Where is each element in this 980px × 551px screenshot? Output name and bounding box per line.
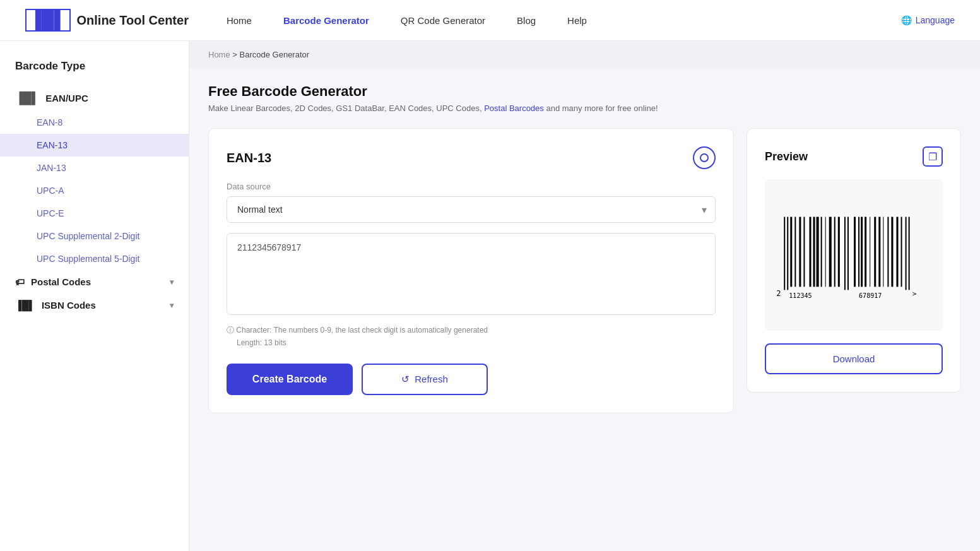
settings-icon[interactable] xyxy=(693,146,716,169)
svg-rect-40 xyxy=(865,217,866,287)
nav-barcode-generator[interactable]: Barcode Generator xyxy=(283,15,369,26)
svg-rect-51 xyxy=(889,217,890,287)
svg-rect-50 xyxy=(887,217,888,287)
svg-rect-41 xyxy=(867,217,868,287)
postal-codes-left: 🏷 Postal Codes xyxy=(15,276,91,287)
svg-rect-21 xyxy=(825,217,826,287)
svg-rect-7 xyxy=(794,217,796,287)
svg-rect-31 xyxy=(846,217,847,290)
sidebar: Barcode Type ▐█▌ EAN/UPC EAN-8 EAN-13 JA… xyxy=(0,41,189,551)
sidebar-category-ean-upc: ▐█▌ EAN/UPC xyxy=(0,85,189,111)
page-title: Free Barcode Generator xyxy=(208,83,961,100)
svg-rect-10 xyxy=(801,217,803,287)
barcode-preview-area: 2 xyxy=(765,179,943,331)
svg-rect-23 xyxy=(829,217,832,287)
svg-rect-29 xyxy=(843,217,844,290)
svg-rect-47 xyxy=(881,217,882,287)
isbn-codes-icon: ▐█▌ xyxy=(15,300,35,311)
sidebar-item-upc-supp2[interactable]: UPC Supplemental 2-Digit xyxy=(0,225,189,247)
card-title: EAN-13 xyxy=(227,151,271,165)
create-barcode-button[interactable]: Create Barcode xyxy=(227,364,353,395)
data-source-select[interactable]: Normal text URL Email Phone xyxy=(227,196,716,223)
svg-rect-11 xyxy=(803,217,805,287)
language-label: Language xyxy=(916,15,955,25)
svg-rect-60 xyxy=(909,217,910,290)
subtitle-text: Make Linear Barcodes, 2D Codes, GS1 Data… xyxy=(208,104,482,113)
svg-rect-18 xyxy=(820,217,820,287)
preview-card: Preview ❐ 2 xyxy=(747,128,961,393)
sidebar-item-jan13[interactable]: JAN-13 xyxy=(0,157,189,179)
svg-rect-2 xyxy=(784,217,785,290)
svg-rect-9 xyxy=(799,217,801,287)
main-nav: Home Barcode Generator QR Code Generator… xyxy=(227,15,901,26)
preview-header: Preview ❐ xyxy=(765,146,943,167)
svg-rect-33 xyxy=(849,217,850,290)
svg-rect-26 xyxy=(836,217,837,287)
svg-rect-14 xyxy=(810,217,812,287)
svg-rect-36 xyxy=(856,217,858,287)
isbn-codes-chevron: ▾ xyxy=(170,301,174,310)
data-source-select-wrapper: Normal text URL Email Phone ▾ xyxy=(227,196,716,223)
logo-text: Online Tool Center xyxy=(77,13,189,28)
svg-rect-8 xyxy=(796,217,798,287)
isbn-codes-left: ▐█▌ ISBN Codes xyxy=(15,300,96,311)
card-row: EAN-13 Data source Normal text URL Email… xyxy=(208,128,961,413)
postal-codes-label: Postal Codes xyxy=(31,276,91,287)
layout: Barcode Type ▐█▌ EAN/UPC EAN-8 EAN-13 JA… xyxy=(0,41,980,551)
postal-codes-icon: 🏷 xyxy=(15,276,25,287)
nav-blog[interactable]: Blog xyxy=(517,15,536,26)
sidebar-item-upce[interactable]: UPC-E xyxy=(0,202,189,225)
svg-rect-28 xyxy=(841,217,842,287)
data-source-label: Data source xyxy=(227,182,716,191)
svg-rect-4 xyxy=(787,217,788,290)
svg-text:678917: 678917 xyxy=(859,292,882,299)
svg-rect-53 xyxy=(894,217,895,287)
header: ▐█▌ Online Tool Center Home Barcode Gene… xyxy=(0,0,980,41)
sidebar-item-ean8[interactable]: EAN-8 xyxy=(0,111,189,134)
language-button[interactable]: 🌐 Language xyxy=(901,15,955,25)
download-button[interactable]: Download xyxy=(765,343,943,374)
svg-rect-46 xyxy=(878,217,880,287)
refresh-label: Refresh xyxy=(415,374,448,384)
svg-rect-55 xyxy=(899,217,900,287)
svg-rect-19 xyxy=(821,217,822,287)
main-content: Home > Barcode Generator Free Barcode Ge… xyxy=(189,41,980,551)
copy-icon[interactable]: ❐ xyxy=(923,146,943,167)
svg-rect-22 xyxy=(827,217,829,287)
postal-codes-chevron: ▾ xyxy=(170,278,174,287)
svg-rect-5 xyxy=(790,217,792,287)
nav-qr-code-generator[interactable]: QR Code Generator xyxy=(401,15,485,26)
hint-text: ⓘ Character: The numbers 0-9, the last c… xyxy=(227,324,716,350)
page-subtitle: Make Linear Barcodes, 2D Codes, GS1 Data… xyxy=(208,104,961,113)
svg-rect-27 xyxy=(838,217,840,287)
nav-home[interactable]: Home xyxy=(227,15,252,26)
barcode-data-input[interactable]: 2112345678917 xyxy=(227,233,716,315)
logo: ▐█▌ Online Tool Center xyxy=(25,9,189,32)
breadcrumb-separator: > xyxy=(232,50,239,59)
info-icon: ⓘ xyxy=(227,326,236,335)
subtitle-end: and many more for free online! xyxy=(546,104,658,113)
svg-rect-30 xyxy=(844,217,846,290)
sidebar-item-upca[interactable]: UPC-A xyxy=(0,179,189,202)
sidebar-category-postal-codes[interactable]: 🏷 Postal Codes ▾ xyxy=(0,270,189,293)
svg-rect-48 xyxy=(883,217,883,287)
svg-rect-58 xyxy=(906,217,907,290)
refresh-button[interactable]: ↺ Refresh xyxy=(362,364,488,395)
button-row: Create Barcode ↺ Refresh xyxy=(227,364,716,395)
breadcrumb: Home > Barcode Generator xyxy=(189,41,980,68)
svg-rect-59 xyxy=(907,217,908,290)
svg-rect-44 xyxy=(874,217,876,287)
svg-rect-38 xyxy=(861,217,863,287)
svg-rect-25 xyxy=(834,217,835,287)
sidebar-item-upc-supp5[interactable]: UPC Supplemental 5-Digit xyxy=(0,247,189,270)
svg-rect-42 xyxy=(870,217,870,287)
sidebar-category-isbn-codes[interactable]: ▐█▌ ISBN Codes ▾ xyxy=(0,293,189,317)
svg-rect-45 xyxy=(877,217,877,287)
svg-rect-37 xyxy=(858,217,859,287)
svg-text:>: > xyxy=(912,290,917,298)
hint-line2: Length: 13 bits xyxy=(227,338,286,347)
breadcrumb-home[interactable]: Home xyxy=(208,50,230,59)
nav-help[interactable]: Help xyxy=(567,15,587,26)
sidebar-item-ean13[interactable]: EAN-13 xyxy=(0,134,189,157)
card-header: EAN-13 xyxy=(227,146,716,169)
